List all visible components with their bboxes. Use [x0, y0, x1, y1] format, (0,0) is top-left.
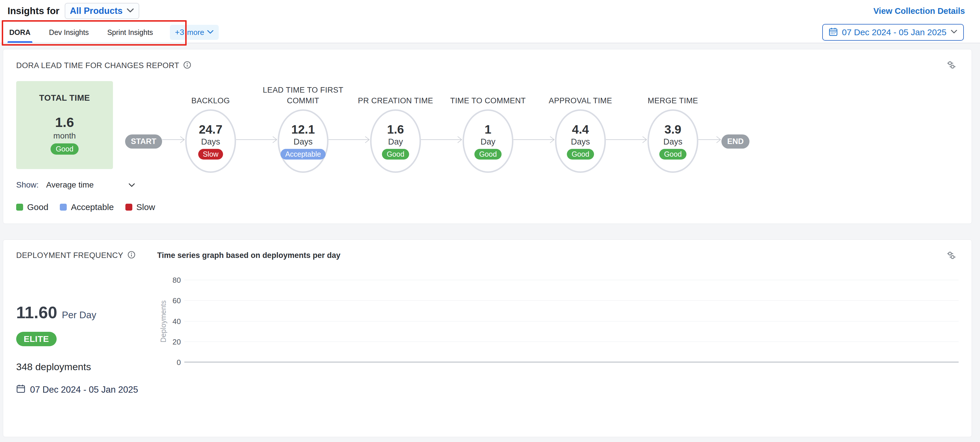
tab-dora[interactable]: DORA: [8, 22, 32, 43]
stage-unit: Days: [294, 137, 313, 147]
more-tabs-count: +3: [175, 28, 185, 37]
total-time-label: TOTAL TIME: [16, 93, 113, 103]
stage-lead-time-to-first-commit: LEAD TIME TO FIRST COMMIT12.1DaysAccepta…: [278, 109, 328, 173]
legend-item-slow: Slow: [126, 202, 155, 212]
lead-time-card-title: DORA LEAD TIME FOR CHANGES REPORT: [16, 61, 179, 70]
show-metric-select[interactable]: Average time: [46, 180, 94, 190]
stage-rating-badge: Good: [382, 149, 409, 160]
legend-label: Good: [27, 202, 48, 212]
y-tick: 20: [172, 337, 181, 346]
flow-connector-arrow: [606, 136, 648, 144]
page-title: Insights for: [8, 5, 59, 16]
show-label: Show:: [16, 180, 39, 190]
y-tick: 0: [177, 358, 181, 367]
product-selector-value: All Products: [70, 6, 123, 16]
y-axis-label: Deployments: [159, 300, 167, 342]
deployment-rate-unit: Per Day: [62, 310, 96, 320]
flow-connector-arrow: [162, 136, 185, 144]
stage-label: LEAD TIME TO FIRST COMMIT: [255, 85, 351, 106]
flow: STARTBACKLOG24.7DaysSlowLEAD TIME TO FIR…: [125, 78, 749, 173]
more-tabs-label: more: [187, 28, 204, 37]
flow-connector-arrow: [698, 136, 721, 144]
stage-unit: Day: [388, 137, 403, 147]
y-tick: 60: [172, 296, 181, 305]
stage-circle[interactable]: 1.6DayGood: [370, 109, 421, 173]
calendar-icon: [829, 27, 838, 38]
total-time-unit: month: [16, 131, 113, 141]
stage-rating-badge: Acceptable: [280, 149, 326, 160]
stage-rating-badge: Slow: [198, 149, 223, 160]
info-icon[interactable]: [127, 251, 135, 260]
stage-label: BACKLOG: [163, 95, 258, 106]
widget-settings-icon[interactable]: [946, 251, 956, 261]
date-range-value: 07 Dec 2024 - 05 Jan 2025: [842, 27, 947, 37]
deployment-card-title: DEPLOYMENT FREQUENCY: [16, 251, 123, 260]
calendar-icon: [16, 384, 25, 396]
stage-circle[interactable]: 12.1DaysAcceptable: [278, 109, 328, 173]
stage-unit: Days: [663, 137, 682, 147]
stage-circle[interactable]: 4.4DaysGood: [555, 109, 606, 173]
elite-badge: ELITE: [16, 332, 57, 346]
total-time-rating-badge: Good: [51, 143, 79, 155]
stage-time-to-comment: TIME TO COMMENT1DayGood: [463, 109, 514, 173]
stage-value: 1.6: [387, 123, 404, 136]
stage-label: PR CREATION TIME: [348, 95, 443, 106]
top-header: Insights for All Products View Collectio…: [0, 0, 980, 22]
deployment-frequency-card: DEPLOYMENT FREQUENCY Time series graph b…: [3, 239, 972, 437]
chart-bars: [185, 280, 959, 362]
stage-value: 1: [485, 123, 491, 136]
deployment-total: 348 deployments: [16, 361, 143, 372]
legend-item-good: Good: [16, 202, 48, 212]
legend-label: Slow: [136, 202, 155, 212]
widget-settings-icon[interactable]: [946, 60, 956, 71]
total-time-card: TOTAL TIME 1.6 month Good: [16, 81, 113, 169]
chevron-down-icon[interactable]: [128, 180, 135, 190]
deployment-summary: 11.60 Per Day ELITE 348 deployments 07 D…: [16, 260, 143, 401]
stage-approval-time: APPROVAL TIME4.4DaysGood: [555, 109, 606, 173]
legend-swatch: [16, 204, 23, 211]
stage-value: 3.9: [665, 123, 681, 136]
chevron-down-icon: [951, 29, 958, 35]
deployment-rate-value: 11.60: [16, 303, 57, 322]
legend-item-acceptable: Acceptable: [60, 202, 113, 212]
stage-label: MERGE TIME: [625, 95, 721, 106]
y-axis-ticks: 020406080: [169, 280, 185, 362]
stage-backlog: BACKLOG24.7DaysSlow: [185, 109, 236, 173]
stage-merge-time: MERGE TIME3.9DaysGood: [648, 109, 698, 173]
y-tick: 80: [172, 276, 181, 285]
x-axis-labels: [185, 362, 959, 401]
stage-circle[interactable]: 24.7DaysSlow: [185, 109, 236, 173]
lead-time-card: DORA LEAD TIME FOR CHANGES REPORT TOTAL …: [3, 49, 972, 224]
tab-dev-insights[interactable]: Dev Insights: [48, 22, 91, 43]
legend-swatch: [126, 204, 132, 211]
flow-start-pill: START: [125, 135, 162, 149]
rating-legend: GoodAcceptableSlow: [16, 202, 959, 212]
view-collection-details-link[interactable]: View Collection Details: [873, 6, 965, 16]
stage-circle[interactable]: 3.9DaysGood: [648, 109, 698, 173]
tab-list: DORADev InsightsSprint Insights: [8, 22, 170, 43]
product-selector[interactable]: All Products: [65, 3, 140, 19]
y-tick: 40: [172, 317, 181, 326]
chevron-down-icon: [127, 8, 134, 14]
deployment-chart: Deployments 020406080: [157, 260, 959, 401]
deployment-date-range: 07 Dec 2024 - 05 Jan 2025: [30, 385, 138, 395]
info-icon[interactable]: [183, 61, 191, 70]
stage-unit: Days: [201, 137, 220, 147]
tab-band: DORADev InsightsSprint Insights +3 more …: [0, 22, 980, 43]
flow-connector-arrow: [421, 136, 463, 144]
stage-unit: Day: [480, 137, 495, 147]
stage-pr-creation-time: PR CREATION TIME1.6DayGood: [370, 109, 421, 173]
tab-sprint-insights[interactable]: Sprint Insights: [105, 22, 154, 43]
stage-circle[interactable]: 1DayGood: [463, 109, 514, 173]
flow-connector-arrow: [328, 136, 370, 144]
flow-connector-arrow: [236, 136, 278, 144]
stage-label: TIME TO COMMENT: [440, 95, 536, 106]
total-time-value: 1.6: [16, 114, 113, 130]
stage-value: 4.4: [572, 123, 589, 136]
date-range-picker[interactable]: 07 Dec 2024 - 05 Jan 2025: [822, 24, 964, 41]
more-tabs-button[interactable]: +3 more: [170, 25, 219, 40]
flow-end-pill: END: [721, 135, 749, 149]
stage-unit: Days: [571, 137, 590, 147]
chart-plot: [185, 280, 959, 362]
legend-label: Acceptable: [71, 202, 113, 212]
